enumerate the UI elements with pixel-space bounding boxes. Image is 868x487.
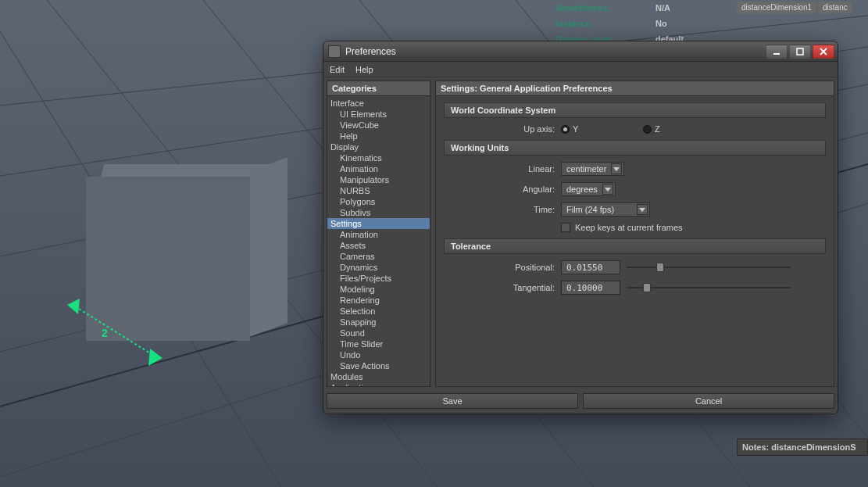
radio-upaxis-y[interactable] <box>561 125 570 134</box>
category-animation[interactable]: Animation <box>327 163 430 174</box>
category-viewcube[interactable]: ViewCube <box>327 120 430 131</box>
preferences-window: Preferences Edit Help Categories Interfa… <box>323 41 838 414</box>
category-assets[interactable]: Assets <box>327 240 430 251</box>
distance-value: 2 <box>102 327 108 339</box>
settings-header: Settings: General Application Preference… <box>435 81 834 95</box>
linear-label: Linear: <box>444 164 561 174</box>
time-label: Time: <box>444 205 561 214</box>
minimize-button[interactable] <box>766 45 788 59</box>
category-time-slider[interactable]: Time Slider <box>327 338 430 349</box>
positional-slider[interactable] <box>627 260 791 274</box>
svg-rect-14 <box>773 53 780 55</box>
chevron-down-icon <box>602 184 613 195</box>
cancel-button[interactable]: Cancel <box>583 393 834 409</box>
section-tolerance-title: Tolerance <box>444 238 826 254</box>
angular-label: Angular: <box>444 184 561 194</box>
titlebar[interactable]: Preferences <box>323 41 838 62</box>
attr-value: No <box>641 19 667 28</box>
svg-rect-15 <box>797 48 803 55</box>
svg-marker-12 <box>67 299 80 314</box>
positional-label: Positional: <box>444 263 561 272</box>
keepkeys-checkbox[interactable] <box>561 223 570 232</box>
category-dynamics[interactable]: Dynamics <box>327 262 430 273</box>
radio-label-y: Y <box>573 124 643 134</box>
category-nurbs[interactable]: NURBS <box>327 185 430 196</box>
category-save-actions[interactable]: Save Actions <box>327 360 430 371</box>
attr-value: N/A <box>641 3 670 13</box>
category-undo[interactable]: Undo <box>327 349 430 360</box>
keepkeys-label: Keep keys at current frames <box>575 223 683 232</box>
category-display[interactable]: Display <box>327 141 430 152</box>
category-selection[interactable]: Selection <box>327 306 430 317</box>
category-subdivs[interactable]: Subdivs <box>327 207 430 218</box>
attr-label: Smoothness: <box>548 3 641 13</box>
tangential-label: Tangential: <box>444 283 561 292</box>
category-settings[interactable]: Settings <box>327 218 430 229</box>
tab-node[interactable]: distanceDimension1 <box>737 2 816 13</box>
category-manipulators[interactable]: Manipulators <box>327 174 430 185</box>
close-button[interactable] <box>813 45 834 59</box>
radio-upaxis-z[interactable] <box>643 125 652 134</box>
angular-select[interactable]: degrees <box>561 182 616 196</box>
chevron-down-icon <box>611 163 622 174</box>
svg-marker-13 <box>148 349 163 366</box>
upaxis-label: Up axis: <box>444 124 561 134</box>
category-rendering[interactable]: Rendering <box>327 295 430 306</box>
maximize-button[interactable] <box>789 45 811 59</box>
section-coord-title: World Coordinate System <box>444 102 826 118</box>
category-modules[interactable]: Modules <box>327 371 430 382</box>
tangential-input[interactable]: 0.10000 <box>561 281 620 295</box>
category-snapping[interactable]: Snapping <box>327 317 430 328</box>
attr-row: Smoothness: N/A <box>548 0 735 16</box>
section-units-title: Working Units <box>444 140 826 156</box>
category-modeling[interactable]: Modeling <box>327 284 430 295</box>
positional-input[interactable]: 0.01550 <box>561 260 620 274</box>
menu-edit[interactable]: Edit <box>330 65 345 74</box>
categories-header: Categories <box>327 81 430 95</box>
category-polygons[interactable]: Polygons <box>327 196 430 207</box>
notes-section[interactable]: Notes: distanceDimensionS <box>737 439 868 456</box>
menubar: Edit Help <box>323 62 838 77</box>
category-interface[interactable]: Interface <box>327 98 430 109</box>
chevron-down-icon <box>637 204 648 215</box>
tangential-slider[interactable] <box>627 281 791 295</box>
category-help[interactable]: Help <box>327 131 430 141</box>
attr-label: Instance: <box>548 19 641 28</box>
svg-line-11 <box>75 306 158 358</box>
app-icon <box>328 45 341 58</box>
radio-label-z: Z <box>655 124 660 134</box>
category-sound[interactable]: Sound <box>327 328 430 338</box>
attr-row: Instance: No <box>548 16 735 31</box>
window-title: Preferences <box>345 46 766 57</box>
distance-measure <box>55 258 195 383</box>
tab-node[interactable]: distanc <box>818 2 852 13</box>
category-animation[interactable]: Animation <box>327 229 430 240</box>
save-button[interactable]: Save <box>327 393 578 409</box>
categories-tree[interactable]: InterfaceUI ElementsViewCubeHelpDisplayK… <box>327 95 430 387</box>
menu-help[interactable]: Help <box>355 65 373 74</box>
category-kinematics[interactable]: Kinematics <box>327 152 430 163</box>
category-applications[interactable]: Applications <box>327 382 430 387</box>
linear-select[interactable]: centimeter <box>561 162 624 176</box>
category-files-projects[interactable]: Files/Projects <box>327 273 430 284</box>
time-select[interactable]: Film (24 fps) <box>561 202 650 217</box>
category-cameras[interactable]: Cameras <box>327 251 430 262</box>
category-ui-elements[interactable]: UI Elements <box>327 109 430 120</box>
